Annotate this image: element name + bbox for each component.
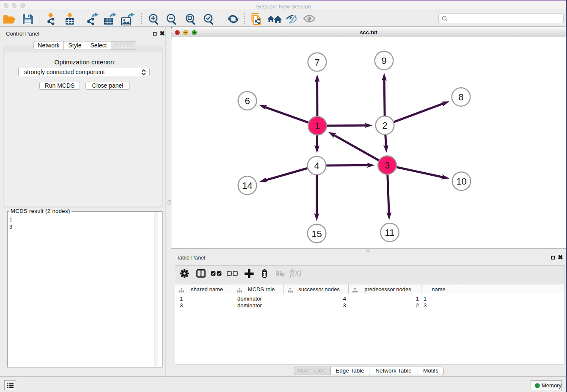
svg-text:6: 6 (245, 96, 250, 106)
svg-text:14: 14 (242, 180, 252, 191)
svg-text:f(x): f(x) (290, 269, 302, 278)
svg-text:7: 7 (314, 57, 319, 68)
svg-text:8: 8 (458, 92, 463, 102)
svg-text:11: 11 (385, 227, 395, 238)
svg-text:2: 2 (382, 120, 387, 131)
svg-text:3: 3 (385, 160, 390, 171)
svg-text:4: 4 (314, 160, 319, 171)
svg-text:10: 10 (456, 176, 466, 187)
svg-text:1: 1 (315, 121, 320, 131)
svg-text:15: 15 (311, 229, 322, 239)
svg-text:9: 9 (381, 55, 386, 66)
